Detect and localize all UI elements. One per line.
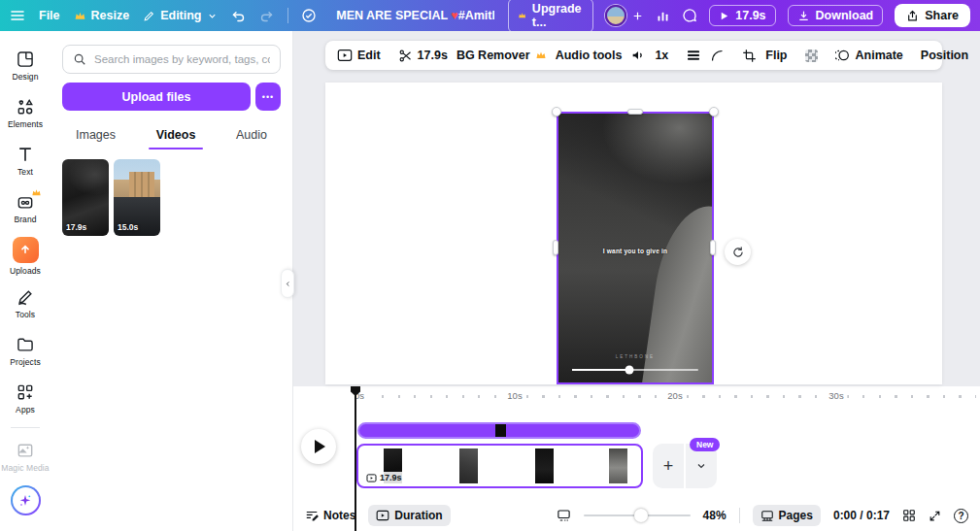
- video-thumbnail-1[interactable]: 17.9s: [62, 159, 109, 236]
- timeline-play-button[interactable]: [301, 429, 336, 464]
- search-input[interactable]: [94, 53, 270, 65]
- cloud-save-status[interactable]: [301, 8, 317, 23]
- editor-main: Edit 17.9s BG Remover Audio tools: [293, 31, 980, 531]
- account-area[interactable]: [605, 5, 644, 26]
- track-frame-thumbnail: [535, 448, 554, 483]
- sidebar-item-label: Uploads: [10, 266, 41, 276]
- canva-app: File Resize Editing MEN ARE SPECIAL ♥#Am…: [0, 0, 980, 531]
- progress-handle[interactable]: [625, 366, 633, 375]
- duration-badge: 15.0s: [118, 222, 138, 232]
- search-box[interactable]: [62, 45, 281, 74]
- app-shell: Design Elements Text Brand: [0, 31, 980, 531]
- sidebar-item-apps[interactable]: Apps: [0, 376, 51, 421]
- comments-button[interactable]: [682, 8, 697, 23]
- design-page[interactable]: I want you to give in LETHBONE: [325, 83, 942, 384]
- bottom-bar: Notes Duration 48% Pages: [293, 500, 980, 531]
- zoom-slider[interactable]: [584, 509, 691, 522]
- sidebar-item-tools[interactable]: Tools: [0, 281, 51, 326]
- notes-button[interactable]: Notes: [305, 509, 355, 522]
- resize-handle-top-right[interactable]: [709, 107, 719, 116]
- redo-button[interactable]: [259, 9, 274, 23]
- resize-menu[interactable]: Resize: [74, 9, 130, 22]
- sidebar-item-magic-media[interactable]: Magic Media: [0, 434, 51, 480]
- rotate-button[interactable]: [725, 239, 751, 265]
- adjust-button[interactable]: [686, 49, 701, 62]
- playback-speed-button[interactable]: 1x: [655, 49, 668, 62]
- monitor-layout-icon: [557, 509, 571, 522]
- play-icon: [315, 440, 325, 453]
- preview-play-button[interactable]: 17.9s: [709, 5, 775, 26]
- tab-images[interactable]: Images: [74, 122, 118, 149]
- resize-handle-top[interactable]: [627, 109, 643, 115]
- resize-handle-right[interactable]: [710, 240, 716, 255]
- add-page-button[interactable]: +: [653, 444, 684, 488]
- animate-button[interactable]: Animate: [835, 48, 903, 63]
- view-mode-button[interactable]: [557, 509, 571, 522]
- bg-remover-button[interactable]: BG Remover: [456, 49, 547, 62]
- upgrade-button[interactable]: Upgrade t...: [508, 0, 594, 33]
- undo-icon: [231, 9, 246, 23]
- video-track-clip[interactable]: 17.9s: [356, 444, 643, 488]
- video-thumbnail-2[interactable]: 15.0s: [114, 159, 160, 236]
- design-title[interactable]: MEN ARE SPECIAL ♥#AmitBhadana...: [336, 9, 493, 22]
- corner-rounding-button[interactable]: [710, 49, 725, 63]
- sidebar-item-projects[interactable]: Projects: [0, 328, 51, 374]
- sidebar-item-design[interactable]: Design: [0, 43, 51, 88]
- download-button[interactable]: Download: [788, 5, 884, 26]
- pages-button[interactable]: Pages: [753, 505, 821, 526]
- zoom-slider-handle[interactable]: [634, 509, 648, 522]
- video-progress-bar[interactable]: [572, 369, 698, 371]
- avatar[interactable]: [605, 5, 626, 26]
- sidebar-item-text[interactable]: Text: [0, 138, 51, 183]
- zoom-percent: 48%: [703, 509, 727, 522]
- editing-mode-dropdown[interactable]: Editing: [143, 9, 217, 22]
- fullscreen-button[interactable]: [929, 510, 941, 522]
- ai-assistant-button[interactable]: [11, 485, 41, 515]
- grid-view-button[interactable]: [902, 509, 916, 522]
- upload-more-button[interactable]: •••: [255, 83, 281, 111]
- bg-remover-label: BG Remover: [456, 49, 530, 62]
- resize-handle-top-left[interactable]: [552, 107, 561, 116]
- pencil-icon: [143, 10, 155, 22]
- question-icon: ?: [954, 509, 968, 523]
- audio-track-clip[interactable]: [357, 422, 641, 439]
- tab-videos[interactable]: Videos: [154, 122, 198, 149]
- help-button[interactable]: ?: [954, 509, 968, 523]
- chevron-down-icon: [695, 460, 707, 472]
- share-button[interactable]: Share: [895, 4, 970, 27]
- play-icon: [719, 11, 729, 21]
- sidebar-item-label: Projects: [10, 357, 41, 367]
- video-clip-icon: [366, 474, 377, 482]
- pages-label: Pages: [779, 509, 813, 522]
- tab-audio[interactable]: Audio: [234, 122, 269, 149]
- insights-button[interactable]: [656, 9, 670, 23]
- undo-button[interactable]: [231, 9, 246, 23]
- playhead-line[interactable]: [355, 394, 356, 531]
- upload-files-button[interactable]: Upload files: [62, 83, 251, 111]
- elements-icon: [16, 97, 35, 116]
- animate-icon: [835, 48, 851, 63]
- sidebar-item-elements[interactable]: Elements: [0, 90, 51, 136]
- crown-icon: [31, 187, 42, 198]
- crop-button[interactable]: [742, 49, 757, 63]
- volume-button[interactable]: [630, 48, 646, 63]
- file-menu[interactable]: File: [39, 9, 60, 22]
- panel-collapse-button[interactable]: [281, 269, 294, 298]
- duration-badge: 17.9s: [66, 222, 86, 232]
- position-button[interactable]: Position: [921, 49, 968, 62]
- adjust-icon: [686, 49, 701, 62]
- flip-button[interactable]: Flip: [765, 49, 787, 62]
- selected-video-element[interactable]: I want you to give in LETHBONE: [557, 112, 714, 384]
- sidebar-item-uploads[interactable]: Uploads: [0, 233, 51, 279]
- resize-handle-left[interactable]: [553, 240, 558, 255]
- edit-button[interactable]: Edit: [337, 49, 381, 62]
- add-member-icon[interactable]: [631, 10, 644, 22]
- duration-button[interactable]: Duration: [368, 505, 450, 526]
- hamburger-menu-icon[interactable]: [10, 8, 25, 23]
- progress-fill: [572, 369, 629, 371]
- heart-emoji: ♥: [451, 9, 457, 22]
- sidebar-item-brand[interactable]: Brand: [0, 185, 51, 231]
- audio-tools-button[interactable]: Audio tools: [556, 49, 623, 62]
- transparency-button[interactable]: [805, 50, 818, 62]
- trim-button[interactable]: 17.9s: [398, 49, 448, 63]
